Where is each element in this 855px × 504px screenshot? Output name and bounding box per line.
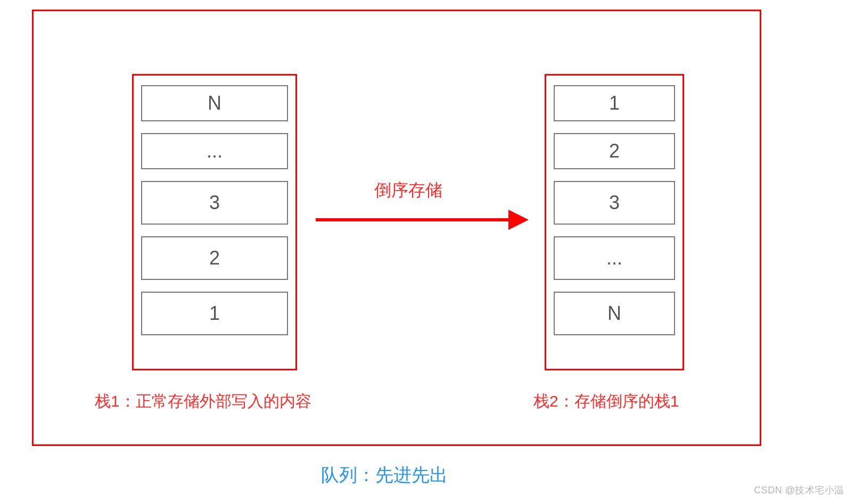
watermark: CSDN @技术宅小温 (754, 484, 844, 497)
stack-1-label: 栈1：正常存储外部写入的内容 (95, 391, 311, 412)
queue-outer-frame: N ... 3 2 1 1 2 3 ... N 倒序存储 栈1：正常存储外部写入… (32, 10, 761, 446)
stack2-cell: 1 (554, 85, 675, 121)
stack-2-label: 栈2：存储倒序的栈1 (533, 391, 679, 412)
queue-caption: 队列：先进先出 (321, 463, 448, 488)
stack2-cell: ... (554, 236, 675, 280)
stack1-cell: N (141, 85, 288, 121)
stack2-cell: N (554, 292, 675, 335)
arrow-icon (316, 204, 529, 236)
stack2-cell: 3 (554, 181, 675, 225)
stack1-cell: 2 (141, 236, 288, 280)
stack2-cell: 2 (554, 133, 675, 169)
stack-1-frame: N ... 3 2 1 (132, 74, 297, 370)
stack1-cell: 3 (141, 181, 288, 225)
stack-2-frame: 1 2 3 ... N (545, 74, 684, 370)
arrow-label: 倒序存储 (374, 179, 442, 202)
stack1-cell: ... (141, 133, 288, 169)
stack1-cell: 1 (141, 292, 288, 335)
